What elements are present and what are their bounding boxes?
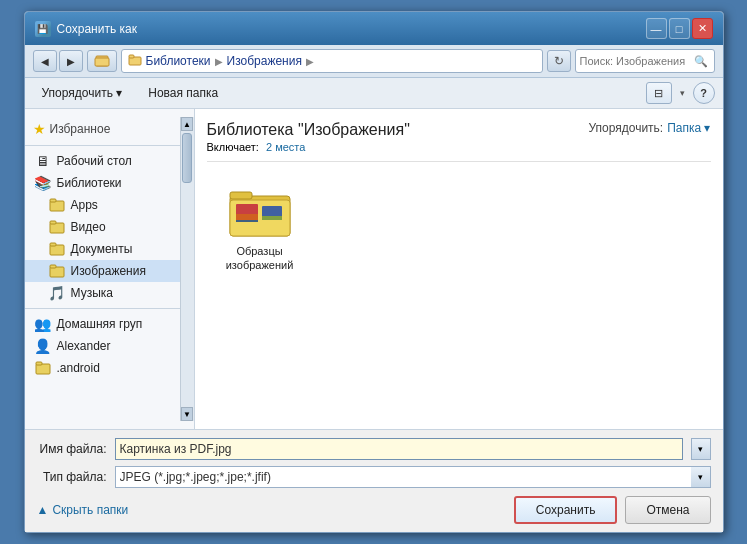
apps-folder-icon	[49, 197, 65, 213]
sidebar-item-alexander[interactable]: 👤 Alexander	[25, 335, 180, 357]
action-row: ▲ Скрыть папки Сохранить Отмена	[37, 496, 711, 524]
save-button[interactable]: Сохранить	[514, 496, 618, 524]
libraries-icon: 📚	[35, 175, 51, 191]
filetype-row: Тип файла: JPEG (*.jpg;*.jpeg;*.jpe;*.jf…	[37, 466, 711, 488]
music-icon: 🎵	[49, 285, 65, 301]
sidebar-scrollbar[interactable]: ▲ ▼	[180, 117, 194, 421]
search-input[interactable]	[580, 55, 692, 67]
svg-rect-13	[36, 362, 42, 365]
breadcrumb-images[interactable]: Изображения	[227, 54, 302, 68]
refresh-button[interactable]: ↻	[547, 50, 571, 72]
forward-button[interactable]: ▶	[59, 50, 83, 72]
svg-rect-21	[262, 216, 282, 220]
includes-count[interactable]: 2 места	[266, 141, 305, 153]
minimize-button[interactable]: —	[646, 18, 667, 39]
filename-label: Имя файла:	[37, 442, 107, 456]
organize-label: Упорядочить ▾	[42, 86, 123, 100]
sidebar-item-docs-label: Документы	[71, 242, 133, 256]
save-label: Сохранить	[536, 503, 596, 517]
cancel-label: Отмена	[646, 503, 689, 517]
sidebar-item-desktop[interactable]: 🖥 Рабочий стол	[25, 150, 180, 172]
library-includes: Включает: 2 места	[207, 141, 410, 153]
filetype-dropdown-button[interactable]: ▾	[691, 466, 711, 488]
sidebar-divider-1	[25, 145, 180, 146]
images-folder-icon	[49, 263, 65, 279]
files-grid: Образцыизображений	[207, 174, 711, 285]
library-title: Библиотека "Изображения"	[207, 121, 410, 139]
filetype-select-wrapper: JPEG (*.jpg;*.jpeg;*.jpe;*.jfif) ▾	[115, 466, 711, 488]
filename-row: Имя файла: ▾	[37, 438, 711, 460]
organize-button[interactable]: Упорядочить ▾	[33, 82, 132, 104]
hide-folders-icon: ▲	[37, 503, 49, 517]
video-folder-icon	[49, 219, 65, 235]
star-icon: ★	[33, 121, 46, 137]
sort-label: Упорядочить:	[588, 121, 663, 135]
breadcrumb-libraries[interactable]: Библиотеки	[146, 54, 211, 68]
folder-icon	[228, 186, 292, 240]
search-icon[interactable]: 🔍	[692, 52, 710, 70]
nav-arrows: ◀ ▶	[33, 50, 83, 72]
svg-rect-5	[50, 199, 56, 202]
svg-rect-3	[129, 55, 134, 58]
nav-bar: ◀ ▶ Библиотеки ▶ Изображения ▶ ↻ 🔍	[25, 45, 723, 78]
sidebar: ★ Избранное 🖥 Рабочий стол 📚 Библиотеки	[25, 109, 195, 429]
filename-input[interactable]	[115, 438, 683, 460]
sidebar-item-android-label: .android	[57, 361, 100, 375]
sidebar-item-desktop-label: Рабочий стол	[57, 154, 132, 168]
close-button[interactable]: ✕	[692, 18, 713, 39]
maximize-button[interactable]: □	[669, 18, 690, 39]
svg-rect-9	[50, 243, 56, 246]
view-button[interactable]: ⊟	[646, 82, 672, 104]
sidebar-item-apps[interactable]: Apps	[25, 194, 180, 216]
help-button[interactable]: ?	[693, 82, 715, 104]
filetype-select[interactable]: JPEG (*.jpg;*.jpeg;*.jpe;*.jfif)	[115, 466, 691, 488]
main-content: ★ Избранное 🖥 Рабочий стол 📚 Библиотеки	[25, 109, 723, 429]
dialog-title: Сохранить как	[57, 22, 137, 36]
up-button[interactable]	[87, 50, 117, 72]
content-header: Библиотека "Изображения" Включает: 2 мес…	[207, 121, 711, 162]
sidebar-item-homegroup[interactable]: 👥 Домашняя груп	[25, 313, 180, 335]
new-folder-button[interactable]: Новая папка	[139, 82, 227, 104]
back-button[interactable]: ◀	[33, 50, 57, 72]
user-icon: 👤	[35, 338, 51, 354]
scroll-up-button[interactable]: ▲	[181, 117, 193, 131]
toolbar: Упорядочить ▾ Новая папка ⊟ ▾ ?	[25, 78, 723, 109]
sidebar-item-libraries-label: Библиотеки	[57, 176, 122, 190]
dialog-icon: 💾	[35, 21, 51, 37]
title-bar: 💾 Сохранить как — □ ✕	[25, 12, 723, 45]
sidebar-item-music[interactable]: 🎵 Музыка	[25, 282, 180, 304]
favorites-section: ★ Избранное	[25, 117, 180, 141]
cancel-button[interactable]: Отмена	[625, 496, 710, 524]
sidebar-item-android[interactable]: .android	[25, 357, 180, 379]
title-bar-left: 💾 Сохранить как	[35, 21, 137, 37]
sidebar-item-images[interactable]: Изображения	[25, 260, 180, 282]
favorites-header: ★ Избранное	[25, 117, 180, 141]
scroll-thumb[interactable]	[182, 133, 192, 183]
sort-value[interactable]: Папка ▾	[667, 121, 710, 135]
save-dialog: 💾 Сохранить как — □ ✕ ◀ ▶	[24, 11, 724, 533]
sidebar-item-music-label: Музыка	[71, 286, 113, 300]
save-cancel-area: Сохранить Отмена	[514, 496, 711, 524]
sidebar-item-images-label: Изображения	[71, 264, 146, 278]
svg-rect-19	[236, 220, 258, 222]
folder-item[interactable]: Образцыизображений	[215, 182, 305, 277]
docs-folder-icon	[49, 241, 65, 257]
sidebar-item-video-label: Видео	[71, 220, 106, 234]
search-box[interactable]: 🔍	[575, 49, 715, 73]
sidebar-item-alexander-label: Alexander	[57, 339, 111, 353]
sidebar-item-libraries[interactable]: 📚 Библиотеки	[25, 172, 180, 194]
android-folder-icon	[35, 360, 51, 376]
filename-dropdown-button[interactable]: ▾	[691, 438, 711, 460]
hide-folders-button[interactable]: ▲ Скрыть папки	[37, 503, 129, 517]
view-dropdown-arrow[interactable]: ▾	[680, 88, 685, 98]
breadcrumb[interactable]: Библиотеки ▶ Изображения ▶	[121, 49, 543, 73]
sidebar-item-docs[interactable]: Документы	[25, 238, 180, 260]
favorites-label: Избранное	[50, 122, 111, 136]
content-area: Библиотека "Изображения" Включает: 2 мес…	[195, 109, 723, 429]
sidebar-item-video[interactable]: Видео	[25, 216, 180, 238]
breadcrumb-sep2: ▶	[306, 56, 314, 67]
content-sort: Упорядочить: Папка ▾	[588, 121, 710, 135]
scroll-down-button[interactable]: ▼	[181, 407, 193, 421]
homegroup-icon: 👥	[35, 316, 51, 332]
help-label: ?	[700, 87, 707, 99]
